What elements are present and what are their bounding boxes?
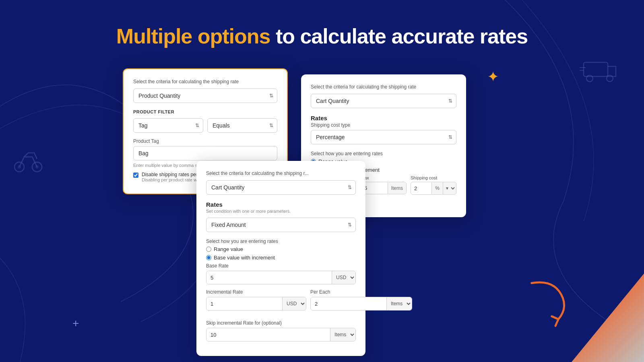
card3-criteria-label: Select the criteria for calculating the … (311, 84, 456, 90)
card1-filter-type-wrapper[interactable]: Tag SKU Title (133, 118, 203, 133)
card2-entering-rates-label: Select how you are entering rates (206, 239, 356, 244)
card2-incremental-input[interactable] (206, 297, 282, 310)
card2-skip-label: Skip incremental Rate for (optional) (206, 320, 356, 326)
card2-radio-base[interactable]: Base value with increment (206, 255, 356, 261)
card3-criteria-select[interactable]: Cart Quantity (311, 94, 456, 108)
card2-radio-base-input[interactable] (206, 255, 211, 260)
card2-incremental-label: Incremental Rate (206, 289, 306, 295)
card1-filter-condition-wrapper[interactable]: Equals Contains Not equals (207, 118, 277, 133)
card3-max-label: Max (361, 175, 407, 180)
card2-base-rate-label: Base Rate (206, 263, 356, 269)
card2-incremental-field: USD (206, 297, 306, 311)
card3-shipping-cost-label: Shipping cost (411, 175, 456, 180)
card3-max-unit: Items (388, 183, 406, 194)
card2-incremental-col: Incremental Rate USD (206, 289, 306, 315)
card3-max-input-group: Items (361, 182, 407, 194)
delivery-right-icon (580, 56, 620, 86)
header-title-white: to calculate accurate rates (270, 25, 528, 48)
card2-cost-type-select[interactable]: Fixed Amount Percentage Per Item (206, 218, 356, 232)
card3-criteria-select-wrapper[interactable]: Cart Quantity (311, 94, 456, 108)
card3-shipping-cost-field: Shipping cost % ▾ (411, 175, 456, 195)
card1-disable-checkbox[interactable] (133, 173, 138, 178)
page-header: Multiple options to calculate accurate r… (0, 0, 644, 48)
card2-criteria-label: Select the criteria for calculating the … (206, 171, 356, 176)
card3-shipping-cost-unit-select[interactable]: ▾ (443, 182, 456, 194)
card2-per-each-input[interactable] (311, 297, 386, 310)
cards-area: ✦ + Select the criteria for calculating … (0, 68, 644, 362)
card1-filter-selects: Tag SKU Title Equals Contains Not equals (133, 118, 277, 133)
card3-shipping-cost-type-label: Shipping cost type (311, 122, 456, 128)
card2-base-rate-input[interactable] (206, 271, 332, 284)
svg-point-3 (35, 165, 39, 169)
card3-shipping-cost-input[interactable] (411, 183, 431, 194)
card2-criteria-select[interactable]: Cart Quantity (206, 180, 356, 195)
card2-rates-subtitle: Set condition with one or more parameter… (206, 209, 356, 214)
cross-decoration: + (72, 317, 79, 330)
card2-radio-base-label: Base value with increment (214, 255, 275, 261)
card3-max-field: Max Items (361, 175, 407, 194)
card2-per-each-field: Items (310, 297, 412, 311)
header-title-orange: Multiple options (116, 25, 270, 48)
card2-radio-range-input[interactable] (206, 247, 211, 252)
delivery-left-icon (12, 149, 44, 175)
card-cart-quantity-fixed: Select the criteria for calculating the … (196, 161, 365, 356)
card1-filter-type-select[interactable]: Tag SKU Title (133, 118, 203, 133)
svg-rect-4 (584, 62, 608, 76)
card2-criteria-select-wrapper[interactable]: Cart Quantity (206, 180, 356, 195)
card1-criteria-label: Select the criteria for calculating the … (133, 79, 277, 84)
card2-skip-input[interactable] (206, 328, 330, 341)
card2-radio-range[interactable]: Range value (206, 246, 356, 252)
card2-base-rate-field: USD (206, 271, 356, 284)
card2-incremental-row: Incremental Rate USD Per Each Items (206, 289, 356, 315)
card2-radio-range-label: Range value (214, 246, 243, 252)
card2-base-rate-currency-select[interactable]: USD (332, 271, 355, 284)
card1-filter-condition-select[interactable]: Equals Contains Not equals (207, 118, 277, 133)
card1-criteria-select[interactable]: Product Quantity (133, 88, 277, 103)
card2-per-each-unit-select[interactable]: Items (386, 297, 412, 310)
card1-criteria-select-wrapper[interactable]: Product Quantity (133, 88, 277, 103)
card2-skip-field: Items (206, 328, 356, 341)
card3-shipping-cost-input-group: % ▾ (411, 182, 456, 195)
card2-per-each-label: Per Each (310, 289, 412, 295)
card2-cost-type-wrapper[interactable]: Fixed Amount Percentage Per Item (206, 218, 356, 232)
card3-entering-rates-label: Select how you are entering rates (311, 151, 456, 156)
card2-rates-title: Rates (206, 201, 356, 208)
card3-cost-type-wrapper[interactable]: Percentage Fixed Amount Per Item (311, 130, 456, 144)
svg-point-2 (18, 165, 21, 169)
card1-filter-section-title: PRODUCT FILTER (133, 109, 277, 114)
card3-shipping-cost-unit: % (431, 183, 443, 194)
card3-rates-title: Rates (311, 115, 456, 121)
card2-incremental-currency-select[interactable]: USD (282, 297, 306, 310)
card1-product-tag-input[interactable] (133, 146, 277, 160)
card2-per-each-col: Per Each Items (310, 289, 412, 315)
card3-cost-type-select[interactable]: Percentage Fixed Amount Per Item (311, 130, 456, 144)
star-decoration: ✦ (487, 68, 499, 85)
card1-product-tag-label: Product Tag (133, 138, 277, 144)
card2-skip-unit-select[interactable]: Items (330, 328, 355, 341)
